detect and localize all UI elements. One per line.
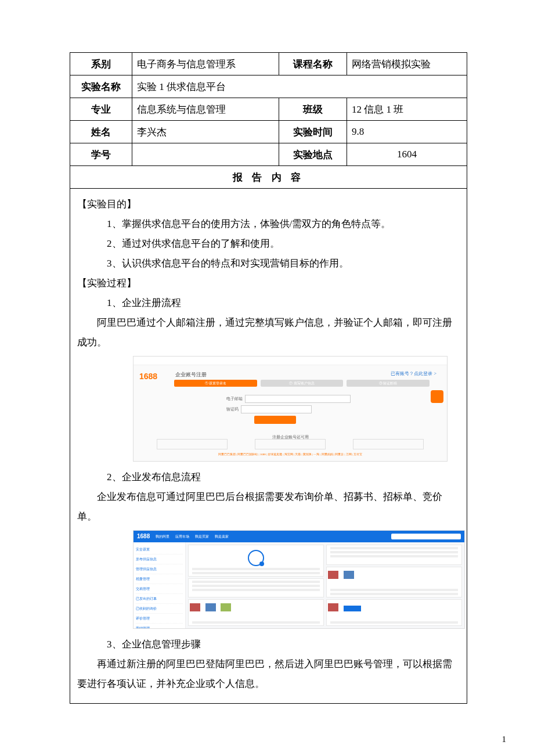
course-value: 网络营销模拟实验 [347,53,467,75]
sidenav-item: 相册管理 [136,574,183,584]
report-body: 【实验目的】 1、掌握供求信息平台的使用方法，体验供/需双方的角色特点等。 2、… [70,189,467,704]
thumbnail-icon [190,603,200,611]
purpose-item-2: 2、通过对供求信息平台的了解和使用。 [77,234,460,254]
dashboard-card [188,599,324,626]
dept-value: 电子商务与信息管理系 [132,53,279,75]
dashboard-card [326,599,462,626]
screenshot-1688-dashboard: 1688 我的阿里 应用市场 我是买家 我是卖家 安全设置 发布供应信息 管理供… [133,530,465,629]
dept-label: 系别 [70,53,132,75]
id-value [132,143,279,166]
process-p3: 再通过新注册的阿里巴巴登陆阿里巴巴，然后进入阿里巴巴账号管理，可以根据需要进行各… [77,654,460,694]
nav-item: 我的阿里 [156,533,169,540]
thumbnail-icon [328,603,338,611]
info-table: 系别 电子商务与信息管理系 课程名称 网络营销模拟实验 实验名称 实验 1 供求… [70,52,467,189]
dashboard-card [188,578,324,597]
step-3: ③ 验证邮箱 [347,380,430,387]
loc-value: 1604 [347,143,467,166]
sidenav-item: 管理供应信息 [136,564,183,574]
thumbnail-icon [205,603,216,611]
dashboard-sidenav: 安全设置 发布供应信息 管理供应信息 相册管理 交易管理 已发出的订单 已收到的… [134,542,186,628]
process-h1: 1、企业注册流程 [77,293,460,313]
alt-option-1 [157,439,228,449]
major-value: 信息系统与信息管理 [132,98,279,121]
code-field-mock [241,405,312,413]
nav-item: 应用市场 [175,533,189,540]
register-title: 企业账号注册 [175,369,207,380]
page-number: 1 [502,735,507,744]
course-label: 课程名称 [279,53,347,75]
dashboard-nav: 1688 我的阿里 应用市场 我是买家 我是卖家 [134,531,464,542]
dashboard-card [326,567,462,597]
process-h3: 3、企业信息管理步骤 [77,635,460,654]
sidenav-item: 已发出的订单 [136,594,183,604]
exp-name-label: 实验名称 [70,75,132,98]
process-p1: 阿里巴巴通过个人邮箱注册，通过完整填写账户信息，并验证个人邮箱，即可注册成功。 [77,313,460,352]
mascot-icon [431,390,443,403]
time-label: 实验时间 [279,121,347,143]
purpose-item-3: 3、认识供求信息平台的特点和对实现营销目标的作用。 [77,254,460,273]
report-title: 报 告 内 容 [70,166,467,189]
section-process-heading: 【实验过程】 [77,273,460,293]
email-field-mock [245,395,351,403]
step-2: ② 填写账户信息 [261,380,344,387]
time-value: 9.8 [347,121,467,143]
nav-item: 我是卖家 [215,533,229,540]
dashboard-card [188,545,324,577]
sidenav-item: 交易管理 [136,584,183,594]
step-1: ① 设置登录名 [174,380,257,387]
submit-button-mock [254,416,296,424]
stat-circle-icon [248,550,264,566]
process-p2: 企业发布信息可通过阿里巴巴后台根据需要发布询价单、招募书、招标单、竞价单。 [77,487,460,527]
purpose-item-1: 1、掌握供求信息平台的使用方法，体验供/需双方的角色特点等。 [77,214,460,234]
id-label: 学号 [70,143,132,166]
major-label: 专业 [70,98,132,121]
login-link: 已有账号？点此登录 > [391,369,436,379]
class-value: 12 信息 1 班 [347,98,467,121]
section-purpose-heading: 【实验目的】 [77,195,460,214]
sidenav-item: 发布供应信息 [136,555,183,564]
search-field-mock [391,534,461,539]
process-h2: 2、企业发布信息流程 [77,467,460,487]
label-code: 验证码 [226,405,239,413]
thumbnail-icon [328,571,338,579]
name-value: 李兴杰 [132,121,279,143]
logo-1688: 1688 [139,368,157,384]
alt-option-2 [255,439,326,449]
label-email: 电子邮箱 [226,395,243,403]
action-button-mock [344,606,361,611]
logo-1688-nav: 1688 [137,531,150,542]
exp-name-value: 实验 1 供求信息平台 [132,75,467,98]
dashboard-card [326,545,462,565]
alt-option-3 [353,439,424,449]
name-label: 姓名 [70,121,132,143]
thumbnail-icon [221,603,231,611]
loc-label: 实验地点 [279,143,347,166]
sidenav-item: 评价管理 [136,614,183,624]
thumbnail-icon [344,571,354,579]
sidenav-item: 安全设置 [136,545,183,555]
sidenav-item: 已收到的询价 [136,604,183,614]
class-label: 班级 [279,98,347,121]
screenshot-1688-register: 1688 企业账号注册 已有账号？点此登录 > ① 设置登录名 ② 填写账户信息… [133,356,448,462]
footer-links: 阿里巴巴集团 | 阿里巴巴国际站 | 1688 | 全球速卖通 | 淘宝网 | … [134,452,447,458]
nav-item: 我是买家 [195,533,209,540]
sidenav-item: 营销管理 [136,624,183,629]
